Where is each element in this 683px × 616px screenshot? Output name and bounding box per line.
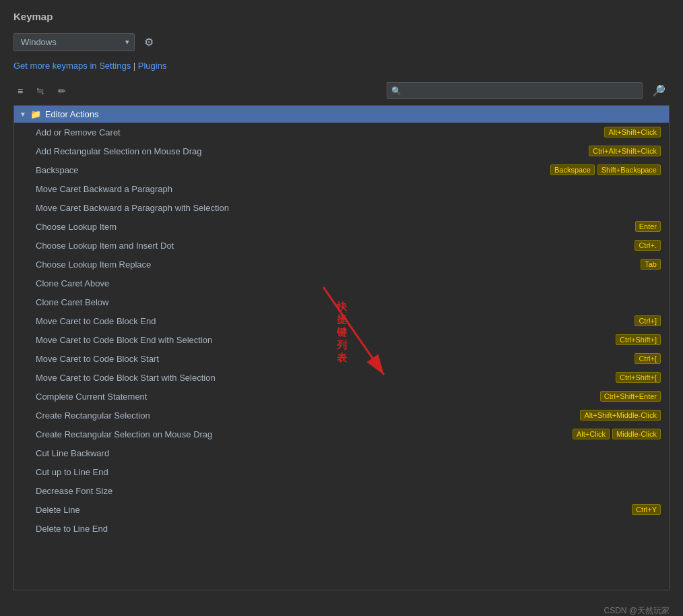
- search-wrapper: 🔍: [387, 82, 643, 99]
- item-name: Move Caret Backward a Paragraph: [36, 184, 661, 194]
- shortcut-badge: Alt+Shift+Middle-Click: [580, 410, 661, 421]
- shortcut-badge: Ctrl+Shift+[: [616, 372, 661, 383]
- shortcuts-container: Enter: [635, 221, 661, 232]
- shortcut-badge: Backspace: [550, 164, 595, 175]
- table-row[interactable]: Clone Caret Above: [14, 274, 669, 292]
- shortcut-badge: Ctrl+.: [635, 240, 661, 251]
- table-row[interactable]: Choose Lookup Item ReplaceTab: [14, 255, 669, 274]
- section-label: Editor Actions: [45, 109, 99, 119]
- get-more-keymaps-link[interactable]: Get more keymaps in Settings: [13, 61, 131, 71]
- table-row[interactable]: Move Caret Backward a Paragraph with Sel…: [14, 198, 669, 217]
- item-name: Choose Lookup Item: [36, 222, 635, 232]
- shortcuts-container: Ctrl+[: [635, 353, 661, 364]
- item-name: Move Caret to Code Block Start with Sele…: [36, 373, 616, 383]
- footer-credit: CSDN @天然玩家: [604, 605, 670, 616]
- table-row[interactable]: Choose Lookup Item and Insert DotCtrl+.: [14, 236, 669, 255]
- table-row[interactable]: Move Caret Backward a Paragraph: [14, 179, 669, 198]
- table-row[interactable]: Create Rectangular Selection on Mouse Dr…: [14, 425, 669, 443]
- tree-wrapper: ▼ 📁 Editor Actions Add or Remove CaretAl…: [13, 105, 670, 590]
- shortcuts-container: Ctrl+]: [635, 315, 661, 326]
- editor-actions-header[interactable]: ▼ 📁 Editor Actions: [14, 106, 669, 123]
- table-row[interactable]: Move Caret to Code Block Start with Sele…: [14, 368, 669, 387]
- shortcuts-container: Ctrl+Shift+Enter: [600, 391, 661, 402]
- table-row[interactable]: Add Rectangular Selection on Mouse DragC…: [14, 142, 669, 160]
- item-name: Create Rectangular Selection on Mouse Dr…: [36, 429, 573, 439]
- item-name: Move Caret Backward a Paragraph with Sel…: [36, 203, 661, 213]
- gear-button[interactable]: ⚙: [141, 33, 156, 51]
- bottom-bar: CSDN @天然玩家: [0, 601, 683, 616]
- edit-button[interactable]: ✏: [54, 83, 70, 99]
- table-row[interactable]: Move Caret to Code Block StartCtrl+[: [14, 349, 669, 368]
- shortcut-badge: Enter: [635, 221, 661, 232]
- shortcuts-container: Alt+Shift+Middle-Click: [580, 410, 661, 421]
- shortcuts-container: Ctrl+.: [635, 240, 661, 251]
- shortcut-badge: Middle-Click: [612, 429, 661, 439]
- shortcuts-container: BackspaceShift+Backspace: [550, 164, 661, 175]
- shortcuts-container: Ctrl+Y: [632, 504, 661, 515]
- toolbar: ≡ ≒ ✏ 🔍 🔎: [13, 82, 670, 100]
- shortcuts-container: Tab: [641, 259, 661, 270]
- item-name: Delete to Line End: [36, 524, 661, 534]
- table-row[interactable]: Add or Remove CaretAlt+Shift+Click: [14, 123, 669, 142]
- table-row[interactable]: Decrease Font Size: [14, 481, 669, 500]
- table-row[interactable]: Delete to Line End: [14, 519, 669, 538]
- shortcut-badge: Alt+Shift+Click: [604, 127, 661, 137]
- table-row[interactable]: BackspaceBackspaceShift+Backspace: [14, 160, 669, 179]
- search-input[interactable]: [387, 82, 643, 99]
- table-row[interactable]: Complete Current StatementCtrl+Shift+Ent…: [14, 387, 669, 406]
- tree-container[interactable]: ▼ 📁 Editor Actions Add or Remove CaretAl…: [13, 105, 670, 590]
- table-row[interactable]: Move Caret to Code Block EndCtrl+]: [14, 311, 669, 330]
- table-row[interactable]: Cut up to Line End: [14, 462, 669, 481]
- chevron-down-icon: ▼: [20, 111, 26, 118]
- item-name: Complete Current Statement: [36, 392, 600, 402]
- item-name: Move Caret to Code Block End: [36, 316, 635, 326]
- shortcut-badge: Tab: [641, 259, 661, 270]
- shortcut-badge: Ctrl+Alt+Shift+Click: [589, 146, 661, 156]
- shortcut-badge: Alt+Click: [573, 429, 610, 439]
- table-row[interactable]: Create Rectangular SelectionAlt+Shift+Mi…: [14, 406, 669, 425]
- item-name: Decrease Font Size: [36, 486, 661, 496]
- filter-button[interactable]: 🔎: [648, 82, 670, 100]
- shortcut-badge: Ctrl+]: [635, 315, 661, 326]
- items-list: Add or Remove CaretAlt+Shift+ClickAdd Re…: [14, 123, 669, 538]
- item-name: Move Caret to Code Block End with Select…: [36, 335, 616, 345]
- shortcuts-container: Ctrl+Shift+]: [616, 334, 661, 345]
- shortcut-badge: Ctrl+Shift+Enter: [600, 391, 661, 402]
- item-name: Move Caret to Code Block Start: [36, 354, 635, 364]
- shortcut-badge: Shift+Backspace: [597, 164, 661, 175]
- shortcut-badge: Ctrl+Shift+]: [616, 334, 661, 345]
- table-row[interactable]: Cut Line Backward: [14, 443, 669, 462]
- table-row[interactable]: Move Caret to Code Block End with Select…: [14, 330, 669, 349]
- item-name: Choose Lookup Item and Insert Dot: [36, 241, 635, 251]
- expand-all-button[interactable]: ≡: [13, 83, 27, 99]
- link-bar: Get more keymaps in Settings | Plugins: [13, 61, 670, 71]
- item-name: Create Rectangular Selection: [36, 410, 580, 421]
- page-title: Keymap: [13, 11, 670, 22]
- table-row[interactable]: Delete LineCtrl+Y: [14, 500, 669, 519]
- item-name: Add or Remove Caret: [36, 127, 604, 137]
- table-row[interactable]: Clone Caret Below: [14, 292, 669, 311]
- collapse-all-button[interactable]: ≒: [32, 83, 48, 99]
- item-name: Choose Lookup Item Replace: [36, 259, 641, 270]
- shortcuts-container: Alt+Shift+Click: [604, 127, 661, 137]
- item-name: Cut up to Line End: [36, 467, 661, 477]
- shortcuts-container: Ctrl+Alt+Shift+Click: [589, 146, 661, 156]
- item-name: Cut Line Backward: [36, 448, 661, 458]
- item-name: Clone Caret Above: [36, 278, 661, 288]
- item-name: Backspace: [36, 165, 550, 175]
- item-name: Add Rectangular Selection on Mouse Drag: [36, 146, 589, 156]
- shortcut-badge: Ctrl+Y: [632, 504, 661, 515]
- folder-icon: 📁: [30, 109, 41, 119]
- keymap-select[interactable]: Windows macOS Linux Eclipse Emacs: [13, 33, 135, 51]
- shortcuts-container: Ctrl+Shift+[: [616, 372, 661, 383]
- search-icon: 🔍: [391, 86, 401, 96]
- shortcut-badge: Ctrl+[: [635, 353, 661, 364]
- shortcuts-container: Alt+ClickMiddle-Click: [573, 429, 661, 439]
- item-name: Clone Caret Below: [36, 297, 661, 307]
- keymap-header: Windows macOS Linux Eclipse Emacs ▾ ⚙: [13, 33, 670, 51]
- item-name: Delete Line: [36, 505, 632, 515]
- keymap-select-wrapper: Windows macOS Linux Eclipse Emacs ▾: [13, 33, 135, 51]
- plugins-link[interactable]: Plugins: [138, 61, 167, 71]
- link-separator: |: [133, 61, 138, 71]
- table-row[interactable]: Choose Lookup ItemEnter: [14, 217, 669, 236]
